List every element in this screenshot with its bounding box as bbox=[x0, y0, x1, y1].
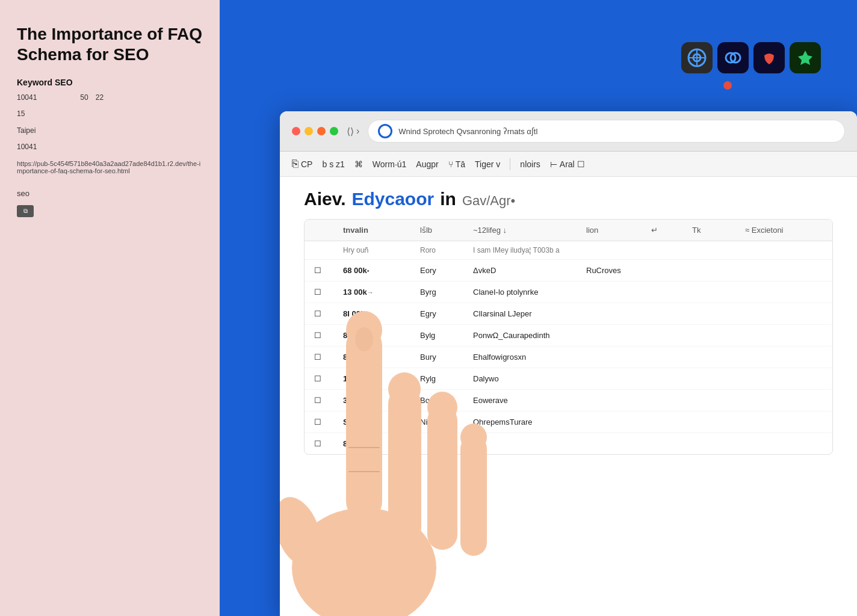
row-col2-5: Bury bbox=[420, 353, 468, 362]
row-check-8[interactable]: ☐ bbox=[314, 417, 338, 427]
back-icon[interactable]: ⟨⟩ bbox=[347, 126, 354, 137]
app-icon-3[interactable] bbox=[753, 42, 785, 73]
toolbar-item-aral[interactable]: ⊢ Aral ☐ bbox=[550, 159, 585, 169]
row-rank-1: 68 00k• bbox=[343, 266, 415, 275]
table-row: ☐ 8I 00k• Egry ClIarsinal LJeper bbox=[305, 303, 832, 325]
table-row: ☐ 32 00k• Bory Eowerave bbox=[305, 390, 832, 411]
toolbar-text-augpr: Augpr bbox=[416, 159, 438, 169]
copy-icon[interactable]: ⧉ bbox=[17, 205, 34, 217]
toolbar-text-2: b s z1 bbox=[322, 159, 344, 169]
toolbar-text-aral: Aral bbox=[560, 159, 575, 169]
toolbar-icon-3: ⌘ bbox=[354, 159, 363, 169]
page-title-part1: Aiev. bbox=[304, 189, 345, 209]
zoom-button[interactable] bbox=[317, 127, 326, 135]
row-rank-8: S0 00k• bbox=[343, 417, 415, 427]
browser-content: Aiev. Edycaoor in Gav/Agr• tnvalin ls̄lb… bbox=[280, 177, 857, 467]
toolbar-item-2[interactable]: b s z1 bbox=[322, 159, 344, 169]
toolbar-item-tiger[interactable]: Tiger v bbox=[475, 159, 500, 169]
toolbar-item-worm[interactable]: Worm·ú1 bbox=[373, 159, 407, 169]
toolbar-icon-aral: ⊢ bbox=[550, 159, 557, 169]
toolbar-item-nloirs[interactable]: nloirs bbox=[520, 159, 540, 169]
notification-dot bbox=[723, 81, 732, 90]
row-col2-7: Bory bbox=[420, 396, 468, 405]
row-rank-2: 13 00k→ bbox=[343, 288, 415, 297]
toolbar-text-nloirs: nloirs bbox=[520, 159, 540, 169]
row-col3-4: PonwΩ_Caurapedinth bbox=[473, 331, 581, 340]
nav-arrows: ⟨⟩ › bbox=[347, 126, 359, 137]
toolbar-item-3[interactable]: ⌘ bbox=[354, 159, 363, 169]
address-bar[interactable]: Wnind Sprotech Qvsanroning ʔrnats αʃtl bbox=[368, 120, 845, 143]
row-col3-3: ClIarsinal LJeper bbox=[473, 309, 581, 318]
row-check-6[interactable]: ☐ bbox=[314, 374, 338, 383]
sub-hry: Hry oun̄ bbox=[343, 246, 415, 254]
row-col3-2: ClaneI-lo ptolynrke bbox=[473, 288, 581, 297]
table-row: ☐ 80 00k• Bylg PonwΩ_Caurapedinth bbox=[305, 325, 832, 346]
sidebar-keyword-label: Keyword SEO bbox=[17, 78, 203, 87]
table-row: ☐ 82 00k• Bury Ehalfowigrosxn bbox=[305, 346, 832, 368]
table-subheader: Hry oun̄ Roro I sam IMey iludya¦ T003b a bbox=[305, 241, 832, 260]
row-rank-7: 32 00k• bbox=[343, 396, 415, 405]
table-row: ☐ 68 00k• Eory ΔvkeD RuCroves bbox=[305, 260, 832, 282]
row-check-2[interactable]: ☐ bbox=[314, 288, 338, 297]
app-icon-2[interactable] bbox=[717, 42, 749, 73]
toolbar-text-1: CP bbox=[301, 159, 312, 169]
sub-ism: I sam IMey iludya¦ T003b a bbox=[473, 246, 833, 254]
row-col2-3: Egry bbox=[420, 309, 468, 318]
sidebar-seo: seo bbox=[17, 189, 203, 198]
svg-point-8 bbox=[280, 491, 330, 573]
sidebar-meta-4: 10041 bbox=[17, 141, 203, 153]
toolbar-text-tiger: Tiger v bbox=[475, 159, 500, 169]
table-row: ☐ 13 00k→ Byrg ClaneI-lo ptolynrke bbox=[305, 282, 832, 303]
th-arrow: ↵ bbox=[651, 226, 687, 235]
close-button[interactable] bbox=[292, 127, 300, 135]
row-check-9[interactable]: ☐ bbox=[314, 439, 338, 448]
site-identity-icon bbox=[378, 124, 392, 138]
row-col2-6: Rylg bbox=[420, 374, 468, 383]
th-invalid[interactable]: tnvalin bbox=[343, 226, 415, 235]
toolbar-text-ta: Tā bbox=[456, 159, 465, 169]
sidebar-url[interactable]: https://pub-5c454f571b8e40a3a2aad27ade84… bbox=[17, 160, 203, 174]
row-rank-9: 8E 00k• bbox=[343, 439, 415, 448]
row-check[interactable]: ☐ bbox=[314, 266, 338, 275]
table-row: ☐ S0 00k• Nillv OhrepemsTurare bbox=[305, 411, 832, 433]
svg-point-7 bbox=[292, 508, 436, 616]
row-check-4[interactable]: ☐ bbox=[314, 331, 338, 340]
row-col3-6: Dalywo bbox=[473, 374, 581, 383]
page-title-part4: Gav/Agr• bbox=[462, 193, 515, 209]
toolbar-item-augpr[interactable]: Augpr bbox=[416, 159, 438, 169]
sidebar-title: The Importance of FAQ Schema for SEO bbox=[17, 24, 203, 64]
toolbar-item-ta[interactable]: ⑂ Tā bbox=[448, 159, 465, 169]
row-check-7[interactable]: ☐ bbox=[314, 396, 338, 405]
page-title-part2: Edycaoor bbox=[351, 189, 434, 209]
row-col2-8: Nillv bbox=[420, 417, 468, 427]
fullscreen-button[interactable] bbox=[330, 127, 338, 135]
row-check-5[interactable]: ☐ bbox=[314, 353, 338, 362]
address-text: Wnind Sprotech Qvsanroning ʔrnats αʃtl bbox=[398, 127, 835, 136]
sidebar-meta-2: 15 bbox=[17, 108, 203, 120]
main-area: ⟨⟩ › Wnind Sprotech Qvsanroning ʔrnats α… bbox=[220, 0, 857, 616]
toolbar-label-1: ⎘ bbox=[292, 158, 299, 170]
row-col4-1: RuCroves bbox=[586, 266, 646, 275]
traffic-lights bbox=[292, 127, 338, 135]
row-check-3[interactable]: ☐ bbox=[314, 309, 338, 318]
app-icon-browser[interactable] bbox=[681, 42, 713, 73]
app-icons-container bbox=[681, 42, 821, 73]
minimize-button[interactable] bbox=[305, 127, 313, 135]
th-tk[interactable]: Tk bbox=[692, 226, 740, 235]
row-rank-4: 80 00k• bbox=[343, 331, 415, 340]
table-row: ☐ 8E 00k• bbox=[305, 433, 832, 454]
table-row: ☐ 17 004• Rylg Dalywo bbox=[305, 368, 832, 390]
th-excietoni[interactable]: ≈ Excietoni bbox=[745, 226, 833, 235]
page-heading: Aiev. Edycaoor in Gav/Agr• bbox=[304, 189, 833, 209]
sub-roro: Roro bbox=[420, 246, 468, 254]
row-col3-5: Ehalfowigrosxn bbox=[473, 353, 581, 362]
sidebar: The Importance of FAQ Schema for SEO Key… bbox=[0, 0, 220, 616]
forward-icon[interactable]: › bbox=[356, 126, 359, 137]
th-lifeg[interactable]: ~12lifeg ↓ bbox=[473, 226, 581, 235]
row-col2-2: Byrg bbox=[420, 288, 468, 297]
toolbar-item-1[interactable]: ⎘ CP bbox=[292, 158, 312, 170]
app-icon-4[interactable] bbox=[790, 42, 821, 73]
th-ls[interactable]: ls̄lb bbox=[420, 226, 468, 235]
th-lion[interactable]: lion bbox=[586, 226, 646, 235]
row-rank-5: 82 00k• bbox=[343, 353, 415, 362]
